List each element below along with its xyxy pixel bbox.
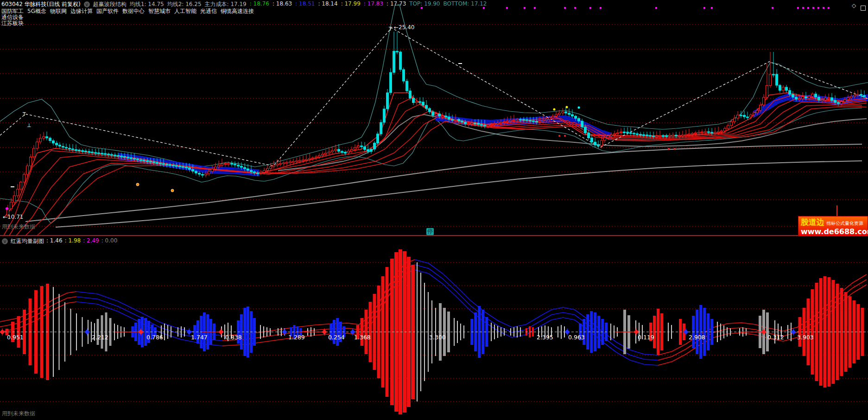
signal-dot: [823, 7, 824, 9]
panel2-value: : 0.00: [101, 237, 118, 245]
concept-tag[interactable]: 智慧城市: [148, 7, 171, 15]
concept-tag[interactable]: 5G概念: [27, 7, 46, 15]
panel2-value-label: 0.312: [767, 334, 784, 341]
quote-value: : 18.63: [272, 0, 292, 8]
chevron-down-icon[interactable]: v: [84, 1, 90, 7]
signal-dot: [828, 7, 830, 9]
quote-value: BOTTOM: 17.12: [444, 0, 487, 8]
marker-dots: T⊥T: [6, 26, 837, 216]
panel2-value: : 1.98: [65, 237, 81, 245]
signal-dot: [817, 7, 819, 9]
zigzag-mark: T: [388, 26, 392, 32]
quote-value: : 18.14: [318, 0, 337, 8]
future-data-note-1: 用到未来数据: [2, 223, 35, 231]
signal-dot: [772, 7, 773, 9]
panel2-value-label: 0.786: [146, 334, 163, 341]
quote-value: : 17.73: [386, 0, 406, 8]
panel2-value-label: 2.395: [537, 334, 553, 341]
concept-tag[interactable]: 光通信: [200, 7, 217, 15]
quote-value: : 17.83: [364, 0, 383, 8]
panel2-value-label: 3.903: [797, 334, 814, 341]
panel2-value-label: 0.254: [328, 334, 345, 341]
quote-value: TOP: 19.90: [409, 0, 440, 8]
watermark-url: www.de6688.com: [801, 228, 868, 235]
signal-dot: [807, 7, 809, 9]
signal-dot: [589, 7, 591, 9]
watermark-brand: 股道边: [801, 217, 824, 228]
panel2-value: : 2.49: [83, 237, 99, 245]
signal-dot: [802, 7, 804, 9]
stock-app-window: T⊥T0.9512.2120.7861.7470.8381.2890.2541.…: [0, 0, 868, 420]
panel2-value-label: 2.212: [92, 334, 108, 341]
signal-dot: [574, 7, 576, 9]
concept-tag[interactable]: 人工智能: [174, 7, 196, 15]
quote-value: : 17.99: [341, 0, 361, 8]
signal-dot: [703, 7, 705, 9]
panel2-value-label: 0.119: [638, 334, 654, 341]
low-price-label: ←10.71: [3, 214, 23, 220]
quote-value: : 18.51: [295, 0, 315, 8]
signal-dot: [797, 7, 799, 9]
concept-tag[interactable]: 国产软件: [96, 7, 119, 15]
region-label[interactable]: 江苏板块: [1, 19, 24, 27]
panel2-value-label: 1.747: [191, 334, 208, 341]
peak-price-label: ←25.40: [394, 24, 414, 31]
chevron-down-icon[interactable]: v: [2, 238, 8, 244]
panel2-value-label: 1.368: [354, 334, 371, 341]
panel2-value-label: 0.838: [225, 334, 242, 341]
diamond-icon[interactable]: ◇: [852, 2, 856, 9]
signal-dot: [524, 7, 526, 9]
panel2-indicator-values: 红蓝均量副图: 1.46: 1.98: 2.49: 0.00: [11, 237, 117, 245]
concept-tag[interactable]: 铜缆高速连接: [221, 7, 254, 15]
concept-tag[interactable]: 物联网: [50, 7, 67, 15]
panel2-header: v 红蓝均量副图: 1.46: 1.98: 2.49: 0.00: [2, 237, 117, 245]
panel2-value: : 1.46: [46, 237, 63, 245]
pause-badge: 停: [426, 228, 434, 235]
panel2-value-label: 0.951: [7, 334, 24, 341]
zigzag-mark: ⊥: [27, 122, 32, 128]
signal-dot: [655, 7, 657, 9]
future-data-note-2: 用到未来数据: [2, 410, 35, 418]
signal-dot: [564, 7, 566, 9]
signal-dot: [534, 7, 536, 9]
watermark-banner[interactable]: 股道边 指标公式量化资源 www.de6688.com: [798, 216, 868, 236]
panel2-value: 红蓝均量副图: [11, 237, 44, 245]
signal-dot: [711, 7, 713, 9]
concept-tags: 国防军工5G概念物联网边缘计算国产软件数据中心智慧城市人工智能光通信铜缆高速连接: [1, 7, 254, 15]
gridlines: [0, 25, 868, 401]
signal-dot: [421, 7, 423, 9]
signal-dot: [600, 7, 602, 9]
panel2-value-label: 3.300: [429, 334, 446, 341]
window-icon[interactable]: [861, 4, 866, 13]
zigzag-line: [0, 28, 868, 166]
candles-layer: [7, 32, 866, 217]
signal-dot: [812, 7, 814, 9]
panel2-value-label: 2.908: [689, 334, 705, 341]
watermark-tagline: 指标公式量化资源: [826, 220, 863, 227]
zigzag-mark: T: [22, 111, 26, 117]
panel2-curves: [0, 260, 867, 365]
panel2-value-label: 1.289: [288, 334, 305, 341]
chart-canvas: T⊥T0.9512.2120.7861.7470.8381.2890.2541.…: [0, 0, 868, 420]
concept-tag[interactable]: 数据中心: [122, 7, 145, 15]
panel2-value-label: 0.963: [568, 334, 585, 341]
concept-tag[interactable]: 边缘计算: [70, 7, 93, 15]
signal-dot: [483, 7, 485, 9]
signal-dot: [506, 7, 508, 9]
